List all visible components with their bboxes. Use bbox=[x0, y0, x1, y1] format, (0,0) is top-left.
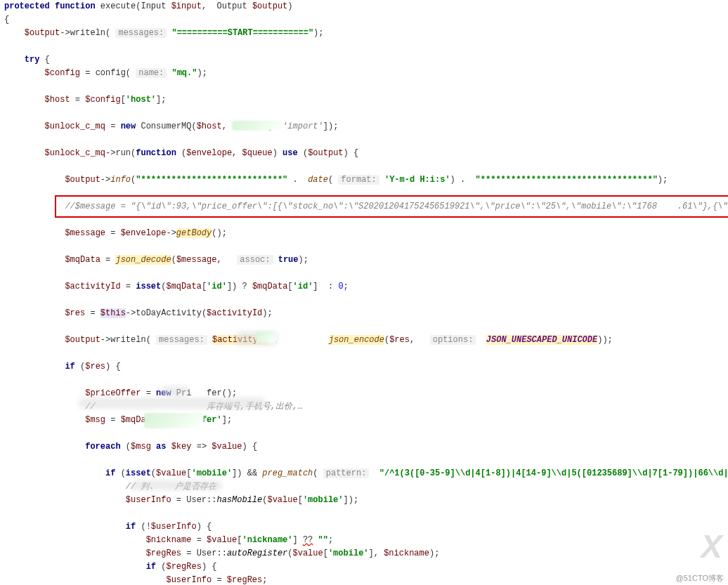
censor-smudge bbox=[256, 331, 277, 343]
censor-smudge bbox=[79, 397, 265, 409]
censor-smudge bbox=[144, 413, 204, 428]
code-block: protected function execute(Input $input,… bbox=[0, 0, 728, 585]
censor-smudge bbox=[232, 121, 281, 131]
highlight-rect bbox=[55, 195, 728, 218]
censor-smudge bbox=[161, 386, 189, 396]
censor-smudge bbox=[131, 480, 222, 490]
footer-watermark: @51CTO博客 bbox=[676, 573, 724, 584]
watermark-icon: X bbox=[701, 527, 721, 565]
